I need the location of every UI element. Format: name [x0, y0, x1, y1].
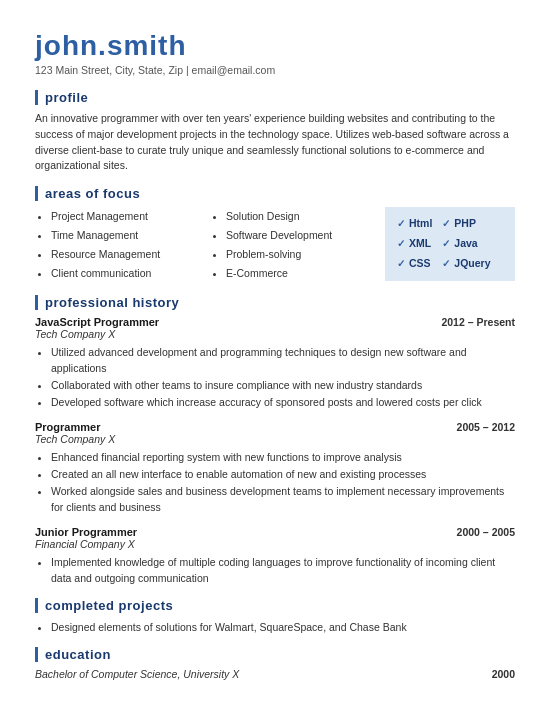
completed-projects-section: completed projects Designed elements of … — [35, 598, 515, 635]
job-2-company: Tech Company X — [35, 433, 515, 445]
list-item: Implemented knowledge of multiple coding… — [51, 554, 515, 587]
professional-history-title: professional history — [35, 295, 515, 310]
job-1-title: JavaScript Programmer — [35, 316, 159, 328]
profile-section: profile An innovative programmer with ov… — [35, 90, 515, 174]
list-item: Software Development — [226, 226, 385, 245]
check-icon: ✓ — [442, 254, 450, 273]
name-dot: . — [98, 30, 107, 61]
job-1-header: JavaScript Programmer 2012 – Present — [35, 316, 515, 328]
job-3-header: Junior Programmer 2000 – 2005 — [35, 526, 515, 538]
check-icon: ✓ — [442, 214, 450, 233]
skill-java: ✓Java — [442, 234, 490, 254]
skill-label: XML — [409, 234, 431, 254]
check-icon: ✓ — [397, 234, 405, 253]
job-1: JavaScript Programmer 2012 – Present Tec… — [35, 316, 515, 411]
list-item: Worked alongside sales and business deve… — [51, 483, 515, 516]
list-item: Project Management — [51, 207, 210, 226]
job-3-bullets: Implemented knowledge of multiple coding… — [35, 554, 515, 587]
list-item: Solution Design — [226, 207, 385, 226]
skill-jquery: ✓JQuery — [442, 254, 490, 274]
list-item: Collaborated with other teams to insure … — [51, 377, 515, 393]
job-1-bullets: Utilized advanced development and progra… — [35, 344, 515, 411]
list-item: Time Management — [51, 226, 210, 245]
list-item: Problem-solving — [226, 245, 385, 264]
job-2: Programmer 2005 – 2012 Tech Company X En… — [35, 421, 515, 516]
job-1-dates: 2012 – Present — [441, 316, 515, 328]
education-row: Bachelor of Computer Science, University… — [35, 668, 515, 680]
skills-col-left: ✓Html ✓XML ✓CSS — [397, 214, 432, 274]
job-3-company: Financial Company X — [35, 538, 515, 550]
profile-title: profile — [35, 90, 515, 105]
professional-history-section: professional history JavaScript Programm… — [35, 295, 515, 587]
focus-columns: Project Management Time Management Resou… — [35, 207, 385, 283]
name-part1: john — [35, 30, 98, 61]
header: john.smith 123 Main Street, City, State,… — [35, 30, 515, 76]
job-2-title: Programmer — [35, 421, 100, 433]
skill-label: JQuery — [454, 254, 490, 274]
focus-container: Project Management Time Management Resou… — [35, 207, 515, 283]
education-section: education Bachelor of Computer Science, … — [35, 647, 515, 680]
skill-css: ✓CSS — [397, 254, 432, 274]
check-icon: ✓ — [442, 234, 450, 253]
education-degree: Bachelor of Computer Science, University… — [35, 668, 239, 680]
profile-text: An innovative programmer with over ten y… — [35, 111, 515, 174]
degree-italic: Bachelor of Computer Science — [35, 668, 177, 680]
job-2-bullets: Enhanced financial reporting system with… — [35, 449, 515, 516]
areas-of-focus-section: areas of focus Project Management Time M… — [35, 186, 515, 283]
skill-label: PHP — [454, 214, 476, 234]
skill-php: ✓PHP — [442, 214, 490, 234]
name: john.smith — [35, 30, 515, 62]
check-icon: ✓ — [397, 214, 405, 233]
completed-projects-title: completed projects — [35, 598, 515, 613]
skill-label: Java — [454, 234, 477, 254]
contact-info: 123 Main Street, City, State, Zip | emai… — [35, 64, 515, 76]
list-item: Created an all new interface to enable a… — [51, 466, 515, 482]
job-2-header: Programmer 2005 – 2012 — [35, 421, 515, 433]
focus-col-1: Project Management Time Management Resou… — [35, 207, 210, 283]
list-item: Developed software which increase accura… — [51, 394, 515, 410]
education-title: education — [35, 647, 515, 662]
job-3: Junior Programmer 2000 – 2005 Financial … — [35, 526, 515, 587]
skill-xml: ✓XML — [397, 234, 432, 254]
job-3-dates: 2000 – 2005 — [457, 526, 515, 538]
projects-bullets: Designed elements of solutions for Walma… — [35, 619, 515, 635]
skill-label: CSS — [409, 254, 431, 274]
job-1-company: Tech Company X — [35, 328, 515, 340]
list-item: Designed elements of solutions for Walma… — [51, 619, 515, 635]
education-year: 2000 — [492, 668, 515, 680]
skills-box: ✓Html ✓XML ✓CSS ✓PHP ✓Java ✓JQuery — [385, 207, 515, 281]
list-item: Resource Management — [51, 245, 210, 264]
skill-label: Html — [409, 214, 432, 234]
skill-html: ✓Html — [397, 214, 432, 234]
skills-col-right: ✓PHP ✓Java ✓JQuery — [442, 214, 490, 274]
job-3-title: Junior Programmer — [35, 526, 137, 538]
focus-col-2: Solution Design Software Development Pro… — [210, 207, 385, 283]
university-name: , University X — [177, 668, 239, 680]
skills-box-row: ✓Html ✓XML ✓CSS ✓PHP ✓Java ✓JQuery — [397, 214, 503, 274]
check-icon: ✓ — [397, 254, 405, 273]
job-2-dates: 2005 – 2012 — [457, 421, 515, 433]
list-item: E-Commerce — [226, 264, 385, 283]
list-item: Enhanced financial reporting system with… — [51, 449, 515, 465]
list-item: Client communication — [51, 264, 210, 283]
list-item: Utilized advanced development and progra… — [51, 344, 515, 377]
name-part2: smith — [107, 30, 187, 61]
areas-of-focus-title: areas of focus — [35, 186, 515, 201]
